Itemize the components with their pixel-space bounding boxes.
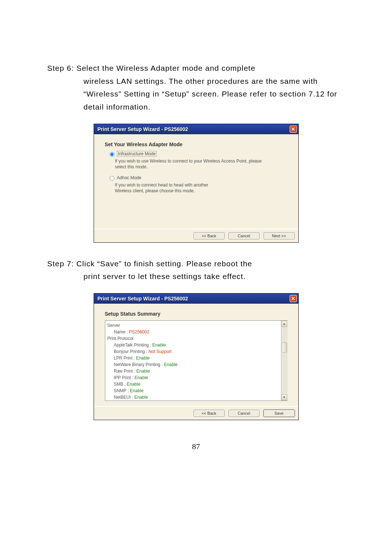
step6-text: Step 6: Select the Wireless Adapter mode… (47, 62, 345, 114)
step7-prefix: Step 7: (47, 259, 76, 268)
dialog7-title-text: Print Server Setup Wizard - PS256002 (98, 296, 188, 301)
wizard-step7-dialog: Print Server Setup Wizard - PS256002 ✕ S… (94, 293, 299, 420)
close-icon[interactable]: ✕ (290, 126, 297, 133)
dialog6-titlebar: Print Server Setup Wizard - PS256002 ✕ (94, 124, 298, 134)
next-button[interactable]: Next >> (264, 232, 295, 239)
radio-adhoc-row[interactable]: Adhoc Mode (108, 175, 287, 181)
radio-infrastructure-desc: If you wish to use Wireless to connect t… (115, 158, 268, 170)
step7-line2: print server to let these settings take … (47, 270, 345, 283)
close-icon[interactable]: ✕ (290, 295, 297, 302)
step7-text: Step 7: Click “Save” to finish setting. … (47, 257, 345, 283)
cancel-button[interactable]: Cancel (228, 410, 260, 417)
summary-heading: Setup Status Summary (105, 311, 287, 317)
row-raw: Raw Print : Enable (107, 368, 279, 374)
row-appletalk: AppleTalk Printing : Enable (107, 342, 279, 348)
radio-infrastructure-row[interactable]: Infrastructure Mode (108, 151, 287, 157)
radio-infrastructure-label: Infrastructure Mode (117, 151, 157, 157)
radio-infrastructure[interactable] (110, 152, 114, 157)
cancel-button[interactable]: Cancel (228, 232, 260, 239)
step6-line1: Select the Wireless Adapter mode and com… (76, 64, 255, 72)
row-smb: SMB : Enable (107, 381, 279, 387)
row-netware: NetWare Binary Printing : Enable (107, 361, 279, 368)
summary-listbox: Server Name : PS256002 Print Protocol Ap… (105, 320, 287, 401)
radio-adhoc-label: Adhoc Mode (117, 175, 141, 180)
step6-line2: wireless LAN settings. The other procedu… (47, 75, 345, 114)
dialog7-footer: << Back Cancel Save (94, 406, 298, 420)
row-bonjour: Bonjour Printing : Not Support (107, 348, 279, 355)
row-netbeui: NetBEUI : Enable (107, 394, 279, 401)
step6-prefix: Step 6: (47, 64, 76, 72)
page-number: 87 (47, 442, 345, 451)
summary-content: Server Name : PS256002 Print Protocol Ap… (105, 321, 281, 401)
wizard-step6-dialog: Print Server Setup Wizard - PS256002 ✕ S… (94, 124, 299, 243)
dialog6-title-text: Print Server Setup Wizard - PS256002 (98, 126, 188, 132)
scroll-up-icon[interactable]: ▲ (281, 321, 287, 327)
wireless-mode-heading: Set Your Wireless Adapter Mode (105, 141, 287, 147)
step7-line1: Click “Save” to finish setting. Please r… (76, 259, 252, 268)
dialog6-footer: << Back Cancel Next >> (94, 229, 298, 242)
row-snmp: SNMP : Enable (107, 387, 279, 394)
dialog7-body: Setup Status Summary Server Name : PS256… (94, 304, 298, 406)
row-ip: IP Settings (107, 401, 279, 401)
summary-scrollbar[interactable]: ▲ ▼ (281, 321, 287, 401)
back-button[interactable]: << Back (193, 232, 225, 239)
radio-adhoc-desc: If you wish to connect head to head with… (115, 182, 224, 194)
radio-adhoc[interactable] (110, 176, 114, 181)
dialog6-body: Set Your Wireless Adapter Mode Infrastru… (94, 134, 298, 229)
row-name: Name : PS256002 (107, 329, 279, 335)
save-button[interactable]: Save (264, 410, 295, 417)
scroll-down-icon[interactable]: ▼ (281, 394, 287, 401)
row-lpr: LPR Print : Enable (107, 355, 279, 361)
dialog7-titlebar: Print Server Setup Wizard - PS256002 ✕ (94, 294, 298, 304)
row-server: Server (107, 322, 279, 329)
row-ipp: IPP Print : Enable (107, 374, 279, 381)
scroll-thumb[interactable] (282, 342, 287, 353)
row-proto: Print Protocol (107, 335, 279, 342)
back-button[interactable]: << Back (193, 410, 225, 417)
